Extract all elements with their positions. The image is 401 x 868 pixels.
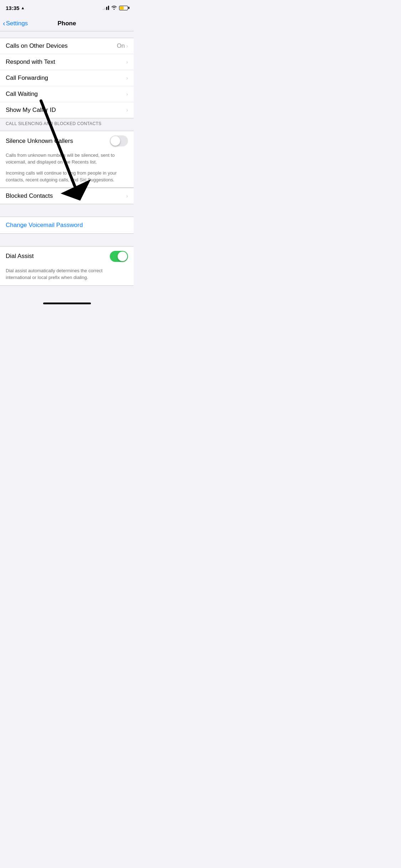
chevron-right-icon: › — [126, 91, 128, 97]
voicemail-section: Change Voicemail Password — [0, 217, 134, 234]
back-label: Settings — [6, 20, 28, 27]
calls-on-other-devices-label: Calls on Other Devices — [6, 42, 68, 50]
blocked-contacts-item[interactable]: Blocked Contacts › — [0, 188, 134, 204]
time-label: 13:35 — [6, 5, 19, 11]
spacer-top — [0, 31, 134, 38]
call-forwarding-label: Call Forwarding — [6, 74, 48, 82]
respond-with-text-item[interactable]: Respond with Text › — [0, 54, 134, 70]
section-header-silencing: CALL SILENCING AND BLOCKED CONTACTS — [0, 118, 134, 128]
show-caller-id-item[interactable]: Show My Caller ID › — [0, 102, 134, 118]
respond-with-text-right: › — [126, 59, 128, 65]
dial-assist-section: Dial Assist Dial assist automatically de… — [0, 246, 134, 286]
respond-with-text-label: Respond with Text — [6, 58, 55, 66]
page-title: Phone — [58, 20, 76, 27]
change-voicemail-password-item[interactable]: Change Voicemail Password — [0, 217, 134, 233]
blocked-contacts-right: › — [126, 193, 128, 199]
calls-on-other-devices-value: On — [117, 42, 125, 50]
location-icon: ▲ — [21, 6, 25, 10]
dial-assist-item: Dial Assist — [0, 247, 134, 266]
call-waiting-label: Call Waiting — [6, 91, 38, 98]
chevron-left-icon: ‹ — [3, 20, 5, 27]
status-bar: 13:35 ▲ — [0, 0, 134, 16]
chevron-right-icon: › — [126, 59, 128, 65]
call-waiting-right: › — [126, 91, 128, 97]
blocked-contacts-label: Blocked Contacts — [6, 192, 53, 200]
chevron-right-icon: › — [126, 43, 128, 49]
show-caller-id-right: › — [126, 107, 128, 113]
status-time: 13:35 ▲ — [6, 5, 25, 11]
wifi-icon — [111, 5, 117, 11]
signal-icon — [103, 6, 109, 10]
call-waiting-item[interactable]: Call Waiting › — [0, 86, 134, 102]
dial-assist-label: Dial Assist — [6, 253, 34, 260]
call-forwarding-right: › — [126, 75, 128, 81]
silence-section: Silence Unknown Callers Calls from unkno… — [0, 131, 134, 187]
chevron-right-icon: › — [126, 193, 128, 199]
calls-on-other-devices-item[interactable]: Calls on Other Devices On › — [0, 38, 134, 54]
silence-description-2: Incoming calls will continue to ring fro… — [0, 170, 134, 188]
back-button[interactable]: ‹ Settings — [3, 20, 28, 27]
change-voicemail-password-label[interactable]: Change Voicemail Password — [6, 222, 83, 229]
silence-unknown-callers-item: Silence Unknown Callers — [0, 131, 134, 151]
status-icons — [103, 5, 128, 11]
page-wrapper: 13:35 ▲ ‹ Sett — [0, 0, 134, 307]
call-forwarding-item[interactable]: Call Forwarding › — [0, 70, 134, 86]
toggle-knob — [118, 252, 127, 261]
spacer-silencing: CALL SILENCING AND BLOCKED CONTACTS — [0, 118, 134, 131]
silence-unknown-callers-toggle[interactable] — [110, 135, 128, 146]
nav-bar: ‹ Settings Phone — [0, 16, 134, 31]
chevron-right-icon: › — [126, 107, 128, 113]
chevron-right-icon: › — [126, 75, 128, 81]
battery-icon — [119, 6, 128, 10]
dial-assist-toggle[interactable] — [110, 251, 128, 262]
calls-on-other-devices-right: On › — [117, 42, 128, 50]
silence-unknown-callers-label: Silence Unknown Callers — [6, 138, 73, 145]
home-indicator-area — [0, 286, 134, 307]
silence-description-1: Calls from unknown numbers will be silen… — [0, 151, 134, 170]
home-indicator — [43, 303, 91, 304]
toggle-knob — [110, 136, 120, 146]
show-caller-id-label: Show My Caller ID — [6, 107, 56, 114]
dial-assist-description: Dial assist automatically determines the… — [0, 266, 134, 285]
call-options-group: Calls on Other Devices On › Respond with… — [0, 38, 134, 118]
